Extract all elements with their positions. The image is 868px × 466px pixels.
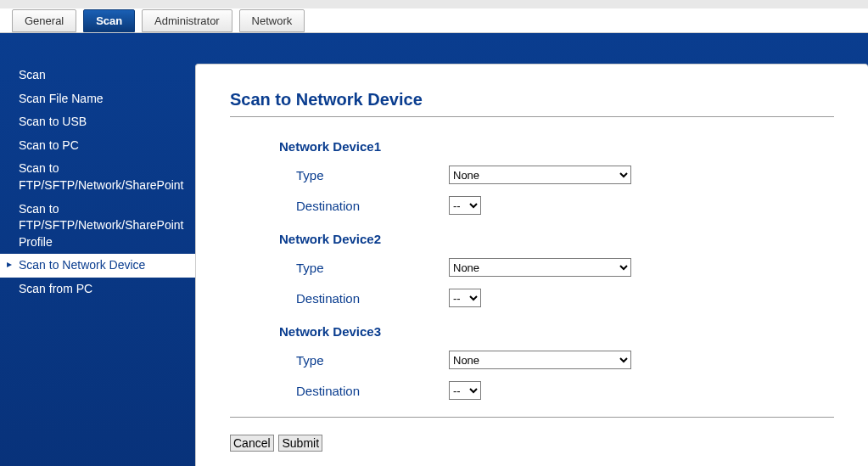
- device1-type-row: Type None: [296, 166, 834, 184]
- main-area: Scan Scan File Name Scan to USB Scan to …: [0, 33, 868, 466]
- device1-dest-select[interactable]: --: [449, 196, 481, 215]
- sidebar-item-scan[interactable]: Scan: [0, 64, 195, 87]
- device-section-3: Network Device3 Type None Destination --: [279, 324, 834, 400]
- device1-dest-row: Destination --: [296, 196, 834, 215]
- device2-dest-select[interactable]: --: [449, 289, 481, 307]
- device2-dest-row: Destination --: [296, 289, 834, 307]
- cancel-button[interactable]: Cancel: [230, 435, 274, 452]
- submit-button[interactable]: Submit: [278, 435, 322, 452]
- device1-type-select[interactable]: None: [449, 166, 631, 184]
- tab-administrator[interactable]: Administrator: [142, 9, 232, 32]
- device2-dest-label: Destination: [296, 291, 449, 306]
- device1-type-label: Type: [296, 168, 449, 182]
- sidebar: Scan Scan File Name Scan to USB Scan to …: [0, 33, 195, 466]
- sidebar-item-scan-from-pc[interactable]: Scan from PC: [0, 278, 195, 301]
- title-divider: [230, 116, 834, 117]
- tab-general[interactable]: General: [12, 9, 76, 32]
- device-heading-3: Network Device3: [279, 324, 834, 339]
- device2-type-select[interactable]: None: [449, 258, 631, 277]
- top-bar: [0, 0, 868, 8]
- bottom-divider: [230, 417, 834, 418]
- device3-dest-row: Destination --: [296, 381, 834, 400]
- sidebar-item-scan-to-ftp-profile[interactable]: Scan to FTP/SFTP/Network/SharePoint Prof…: [0, 198, 195, 255]
- page-title: Scan to Network Device: [230, 90, 834, 109]
- device-section-1: Network Device1 Type None Destination --: [279, 139, 834, 215]
- device3-type-label: Type: [296, 353, 449, 368]
- content-panel: Scan to Network Device Network Device1 T…: [195, 64, 868, 466]
- tab-scan[interactable]: Scan: [83, 9, 135, 32]
- content-wrap: Scan to Network Device Network Device1 T…: [195, 33, 868, 466]
- sidebar-item-scan-file-name[interactable]: Scan File Name: [0, 87, 195, 111]
- action-bar: Cancel Submit: [230, 435, 834, 452]
- device1-dest-label: Destination: [296, 199, 449, 213]
- sidebar-item-scan-to-pc[interactable]: Scan to PC: [0, 134, 195, 158]
- device2-type-row: Type None: [296, 258, 834, 277]
- device3-type-row: Type None: [296, 351, 834, 369]
- sidebar-item-scan-to-usb[interactable]: Scan to USB: [0, 110, 195, 134]
- device3-dest-label: Destination: [296, 384, 449, 398]
- device-heading-2: Network Device2: [279, 232, 834, 246]
- device2-type-label: Type: [296, 261, 449, 275]
- sidebar-item-scan-to-ftp[interactable]: Scan to FTP/SFTP/Network/SharePoint: [0, 157, 195, 197]
- tabs-row: General Scan Administrator Network: [0, 8, 868, 33]
- tab-network[interactable]: Network: [239, 9, 305, 32]
- device-heading-1: Network Device1: [279, 139, 834, 154]
- device3-type-select[interactable]: None: [449, 351, 631, 369]
- device-section-2: Network Device2 Type None Destination --: [279, 232, 834, 307]
- sidebar-item-scan-to-network-device[interactable]: Scan to Network Device: [0, 254, 195, 278]
- device3-dest-select[interactable]: --: [449, 381, 481, 400]
